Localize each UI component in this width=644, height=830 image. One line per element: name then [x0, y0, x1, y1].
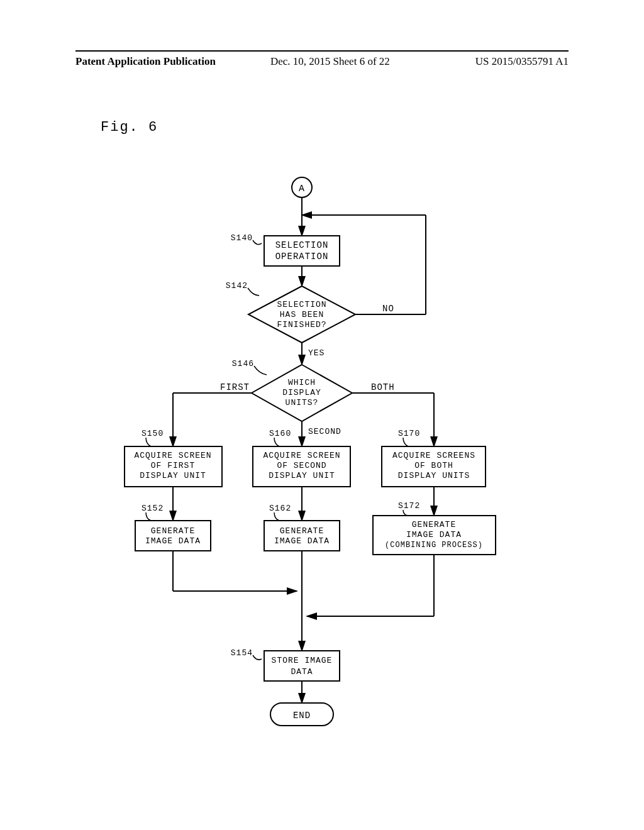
s160-t2: OF SECOND — [277, 461, 326, 470]
s160-callout — [274, 438, 279, 446]
connector-a-text: A — [299, 184, 305, 194]
flowchart: A SELECTION OPERATION S140 SELECTION HAS… — [113, 176, 553, 755]
figure-label: Fig. 6 — [101, 119, 158, 135]
s142-no: NO — [382, 304, 394, 314]
header-mid: Dec. 10, 2015 Sheet 6 of 22 — [270, 55, 390, 68]
s160-t1: ACQUIRE SCREEN — [263, 451, 340, 460]
s150-label: S150 — [142, 429, 164, 438]
s154-t2: DATA — [291, 667, 313, 677]
header-right: US 2015/0355791 A1 — [475, 55, 569, 68]
s162-label: S162 — [269, 504, 291, 513]
s146-callout — [254, 366, 267, 375]
s172-t2: IMAGE DATA — [406, 530, 462, 540]
s140-label: S140 — [231, 233, 253, 243]
s170-t1: ACQUIRE SCREENS — [392, 451, 475, 460]
s146-text2: DISPLAY — [282, 388, 321, 397]
s152-label: S152 — [142, 504, 164, 513]
s152-t2: IMAGE DATA — [145, 536, 201, 546]
s162-callout — [274, 512, 279, 521]
s146-label: S146 — [232, 359, 254, 368]
s150-callout — [146, 438, 151, 446]
s160-t3: DISPLAY UNIT — [269, 471, 335, 480]
header-left: Patent Application Publication — [75, 55, 216, 68]
s154-callout — [253, 655, 262, 660]
page-header: Patent Application Publication Dec. 10, … — [75, 50, 569, 52]
s142-text1: SELECTION — [277, 300, 326, 309]
s170-callout — [403, 438, 408, 446]
s170-t2: OF BOTH — [414, 461, 453, 470]
s146-first: FIRST — [220, 382, 250, 392]
s142-text2: HAS BEEN — [280, 310, 324, 319]
page: Patent Application Publication Dec. 10, … — [0, 0, 644, 830]
s172-t1: GENERATE — [412, 520, 456, 529]
s160-label: S160 — [269, 429, 291, 438]
s142-yes: YES — [308, 348, 325, 358]
step-s162 — [264, 521, 340, 551]
s146-text1: WHICH — [288, 378, 316, 387]
s140-text2: OPERATION — [275, 252, 329, 262]
s146-second: SECOND — [308, 427, 341, 436]
s172-t3: (COMBINING PROCESS) — [385, 541, 483, 550]
s152-t1: GENERATE — [151, 526, 195, 536]
s146-both: BOTH — [371, 382, 395, 392]
s142-label: S142 — [226, 281, 248, 290]
s152-callout — [146, 512, 151, 521]
s172-label: S172 — [398, 501, 420, 511]
s150-t1: ACQUIRE SCREEN — [134, 451, 211, 460]
s172-callout — [403, 510, 408, 516]
s154-t1: STORE IMAGE — [272, 656, 333, 665]
s140-text1: SELECTION — [275, 240, 329, 250]
s142-callout — [248, 288, 259, 296]
s162-t1: GENERATE — [280, 526, 324, 536]
s170-label: S170 — [398, 429, 420, 438]
s162-t2: IMAGE DATA — [274, 536, 330, 546]
s146-text3: UNITS? — [286, 398, 319, 407]
end-text: END — [293, 711, 311, 721]
s170-t3: DISPLAY UNITS — [398, 471, 470, 480]
s154-label: S154 — [231, 648, 253, 658]
step-s152 — [135, 521, 211, 551]
s142-text3: FINISHED? — [277, 320, 326, 329]
s140-callout — [253, 240, 262, 245]
s150-t3: DISPLAY UNIT — [140, 471, 206, 480]
s150-t2: OF FIRST — [151, 461, 195, 470]
